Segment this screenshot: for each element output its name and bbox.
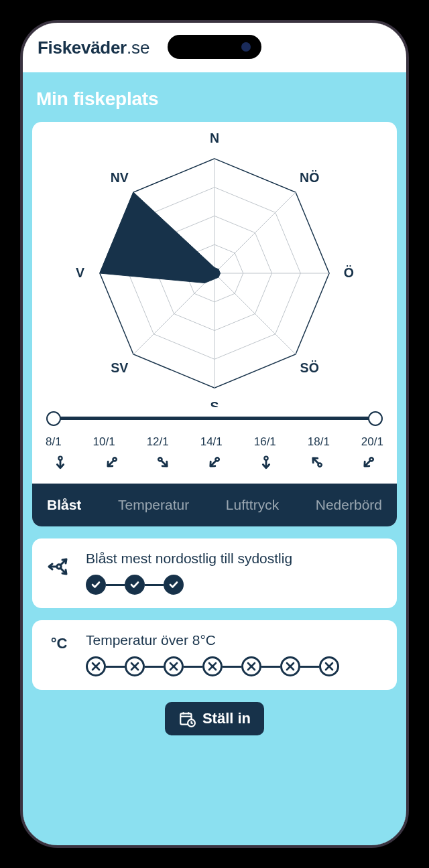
criteria-day-fail bbox=[280, 656, 300, 676]
svg-point-13 bbox=[58, 457, 62, 460]
svg-marker-12 bbox=[100, 192, 221, 283]
criteria-day-fail bbox=[241, 656, 261, 676]
criteria-connector bbox=[300, 666, 319, 668]
calendar-clock-icon bbox=[178, 710, 196, 727]
wind-direction-icon bbox=[154, 453, 172, 474]
phone-frame: Fiskeväder.se Min fiskeplats NNÖÖSÖSSVVN… bbox=[20, 20, 409, 848]
date-tick: 12/1 bbox=[147, 435, 169, 449]
slider-handle-end[interactable] bbox=[368, 411, 383, 426]
page-content: Min fiskeplats NNÖÖSÖSSVVNV 8/110/112/11… bbox=[23, 72, 406, 845]
settings-button[interactable]: Ställ in bbox=[165, 702, 264, 735]
wind-direction-icon bbox=[205, 453, 224, 474]
svg-line-24 bbox=[314, 459, 318, 463]
radar-axis-label: SÖ bbox=[300, 360, 319, 375]
criteria-title: Temperatur över 8°C bbox=[86, 632, 385, 648]
wind-arrow-row bbox=[32, 451, 397, 484]
date-tick: 18/1 bbox=[308, 435, 330, 449]
svg-line-20 bbox=[211, 461, 216, 465]
slider-track bbox=[54, 417, 375, 420]
radar-axis-label: Ö bbox=[344, 265, 354, 280]
date-tick: 14/1 bbox=[200, 435, 223, 449]
tab-lufttryck[interactable]: Lufttryck bbox=[226, 497, 279, 513]
wind-rose-icon bbox=[44, 551, 74, 580]
radar-axis-label: NV bbox=[111, 170, 129, 185]
criteria-connector bbox=[184, 666, 202, 668]
svg-line-18 bbox=[162, 461, 166, 465]
tab-nederbörd[interactable]: Nederbörd bbox=[316, 497, 382, 513]
wind-direction-icon bbox=[103, 453, 121, 474]
radar-axis-label: SV bbox=[111, 360, 128, 375]
date-tick: 16/1 bbox=[254, 435, 276, 449]
criteria-card: °CTemperatur över 8°C bbox=[32, 620, 397, 690]
temperature-icon: °C bbox=[44, 632, 74, 652]
svg-point-21 bbox=[264, 457, 267, 460]
radar-chart: NNÖÖSÖSSVVNV bbox=[32, 122, 397, 407]
settings-button-label: Ställ in bbox=[202, 710, 251, 727]
wind-direction-icon bbox=[359, 453, 378, 474]
criteria-day-fail bbox=[125, 656, 145, 676]
radar-svg: NNÖÖSÖSSVVNV bbox=[38, 126, 391, 407]
date-tick: 8/1 bbox=[46, 435, 62, 449]
criteria-connector bbox=[106, 584, 125, 586]
criteria-title: Blåst mest nordostlig till sydostlig bbox=[86, 551, 385, 567]
criteria-connector bbox=[145, 666, 164, 668]
date-slider[interactable] bbox=[32, 407, 397, 433]
svg-line-16 bbox=[109, 461, 113, 465]
slider-handle-start[interactable] bbox=[46, 411, 61, 426]
radar-axis-label: V bbox=[76, 265, 84, 280]
wind-direction-icon bbox=[51, 453, 70, 474]
criteria-connector bbox=[145, 584, 164, 586]
svg-line-26 bbox=[365, 461, 370, 465]
criteria-day-row bbox=[86, 575, 385, 595]
criteria-day-fail bbox=[164, 656, 184, 676]
criteria-day-fail bbox=[319, 656, 339, 676]
brand-name: Fiskeväder bbox=[38, 38, 127, 58]
criteria-day-pass bbox=[164, 575, 184, 595]
tab-temperatur[interactable]: Temperatur bbox=[118, 497, 189, 513]
brand-suffix: .se bbox=[127, 38, 150, 58]
radar-axis-label: NÖ bbox=[300, 170, 319, 185]
wind-direction-icon bbox=[257, 453, 275, 474]
page-title: Min fiskeplats bbox=[36, 88, 397, 110]
criteria-day-fail bbox=[86, 656, 106, 676]
tab-blåst[interactable]: Blåst bbox=[47, 497, 81, 513]
metric-tabs: BlåstTemperaturLufttryckNederbörd bbox=[32, 484, 397, 526]
criteria-day-pass bbox=[125, 575, 145, 595]
wind-card: NNÖÖSÖSSVVNV 8/110/112/114/116/118/120/1 bbox=[32, 122, 397, 526]
criteria-connector bbox=[261, 666, 280, 668]
wind-direction-icon bbox=[308, 453, 326, 474]
criteria-day-pass bbox=[86, 575, 106, 595]
criteria-day-fail bbox=[202, 656, 223, 676]
criteria-card: Blåst mest nordostlig till sydostlig bbox=[32, 538, 397, 608]
criteria-connector bbox=[223, 666, 241, 668]
radar-axis-label: S bbox=[210, 399, 219, 407]
criteria-day-row bbox=[86, 656, 385, 676]
date-tick: 10/1 bbox=[93, 435, 115, 449]
date-tick: 20/1 bbox=[361, 435, 383, 449]
radar-axis-label: N bbox=[210, 131, 219, 145]
date-axis: 8/110/112/114/116/118/120/1 bbox=[32, 433, 397, 451]
device-notch bbox=[168, 35, 261, 59]
criteria-connector bbox=[106, 666, 125, 668]
